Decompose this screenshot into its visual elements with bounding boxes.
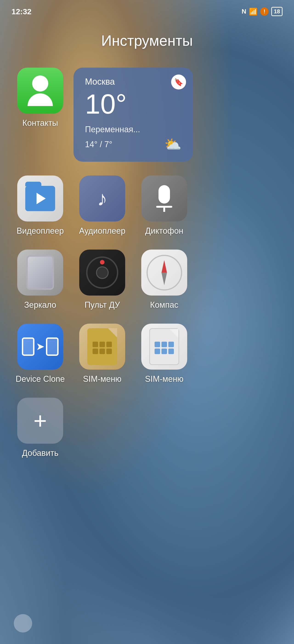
app-remote[interactable]: Пульт ДУ [76, 250, 129, 310]
apps-row-5: + Добавить [14, 398, 280, 458]
app-sim2[interactable]: SIM-меню [138, 324, 191, 384]
apps-row-4: ➤ Device Clone [14, 324, 280, 384]
nfc-icon: N [242, 8, 246, 15]
app-contacts[interactable]: Контакты [14, 68, 67, 128]
sim2-contact-2 [161, 342, 167, 347]
page-title: Инструменты [0, 32, 294, 49]
clock: 12:32 [11, 7, 31, 16]
sim-contact-4 [93, 348, 98, 354]
sim2-contacts-grid [154, 342, 174, 354]
alert-icon: ! [260, 7, 269, 16]
plus-sign-icon: + [33, 409, 47, 432]
mirror-label: Зеркало [24, 300, 56, 310]
remote-dot-icon [100, 260, 105, 264]
compass-south-needle [161, 272, 167, 285]
compass-icon [141, 250, 187, 296]
sim-card-body [87, 328, 117, 365]
weather-minmax: 14° / 7° ⛅ [85, 136, 181, 152]
sim2-contact-6 [168, 348, 174, 354]
sim2-card-body [149, 328, 179, 365]
sim2-icon [141, 324, 187, 370]
mic-base [156, 206, 172, 208]
sim-card-container [87, 328, 117, 365]
mic-stand [163, 208, 165, 212]
compass-north-needle [161, 260, 167, 273]
weather-temperature: 10° [85, 90, 181, 118]
device-clone-icon: ➤ [17, 324, 63, 370]
sim2-contact-4 [154, 348, 160, 354]
app-videoplayer[interactable]: Видеоплеер [14, 176, 67, 236]
sim-contact-3 [106, 342, 112, 347]
app-sim1[interactable]: SIM-меню [76, 324, 129, 384]
remote-center [96, 266, 109, 279]
battery-indicator: 18 [271, 7, 283, 16]
app-add[interactable]: + Добавить [14, 398, 67, 458]
sim-contact-2 [99, 342, 105, 347]
app-dictophone[interactable]: Диктофон [138, 176, 191, 236]
sim2-contact-1 [154, 342, 160, 347]
audioplayer-label: Аудиоплеер [79, 226, 125, 236]
clone-phone-left [22, 338, 34, 356]
remote-icon [79, 250, 125, 296]
weather-description: Переменная... [85, 125, 181, 134]
apps-row-1: Контакты 🔖 Москва 10° Переменная... 14° … [14, 68, 280, 162]
videoplayer-label: Видеоплеер [16, 226, 64, 236]
weather-sun-cloud-icon: ⛅ [164, 136, 181, 152]
mic-body [158, 185, 170, 204]
sim-contact-5 [99, 348, 105, 354]
clone-phone-right [46, 338, 59, 356]
weather-pin-icon[interactable]: 🔖 [171, 74, 186, 90]
sim2-contact-3 [168, 342, 174, 347]
weather-widget[interactable]: 🔖 Москва 10° Переменная... 14° / 7° ⛅ [73, 68, 193, 162]
sim-contacts-grid [93, 342, 112, 354]
contacts-icon [17, 68, 63, 114]
music-note-icon: ♪ [97, 187, 108, 210]
dictophone-icon [141, 176, 187, 222]
mirror-surface [26, 255, 54, 290]
remote-container [85, 255, 120, 290]
add-icon: + [17, 398, 63, 444]
app-compass[interactable]: Компас [138, 250, 191, 310]
wifi-icon: 📶 [249, 8, 258, 16]
apps-grid: Контакты 🔖 Москва 10° Переменная... 14° … [0, 68, 294, 467]
status-icons: N 📶 ! 18 [242, 7, 283, 16]
audioplayer-icon: ♪ [79, 176, 125, 222]
sim2-label: SIM-меню [145, 374, 183, 384]
battery-box: 18 [271, 7, 283, 16]
mirror-icon [17, 250, 63, 296]
compass-face [147, 255, 182, 290]
contacts-head [32, 76, 48, 92]
status-bar: 12:32 N 📶 ! 18 [0, 0, 294, 18]
contacts-person [27, 76, 53, 106]
sim1-label: SIM-меню [83, 374, 122, 384]
contacts-label: Контакты [22, 118, 58, 128]
sim2-contact-5 [161, 348, 167, 354]
mic-icon [156, 185, 172, 212]
app-device-clone[interactable]: ➤ Device Clone [14, 324, 67, 384]
compass-label: Компас [150, 300, 178, 310]
sim-contact-6 [106, 348, 112, 354]
sim2-card-container [149, 328, 179, 365]
clone-arrow-icon: ➤ [36, 341, 44, 352]
app-audioplayer[interactable]: ♪ Аудиоплеер [76, 176, 129, 236]
screen: 12:32 N 📶 ! 18 Инструменты Контакт [0, 0, 294, 644]
device-clone-label: Device Clone [16, 374, 65, 384]
sim1-icon [79, 324, 125, 370]
apps-row-3: Зеркало Пульт ДУ [14, 250, 280, 310]
contacts-body [27, 94, 53, 106]
dictophone-label: Диктофон [145, 226, 183, 236]
home-indicator[interactable] [14, 614, 32, 632]
folder-icon [25, 186, 55, 211]
clone-phones: ➤ [22, 338, 59, 356]
apps-row-2: Видеоплеер ♪ Аудиоплеер Диктофон [14, 176, 280, 236]
app-mirror[interactable]: Зеркало [14, 250, 67, 310]
play-triangle-icon [36, 193, 46, 204]
weather-city: Москва [85, 77, 181, 87]
videoplayer-icon [17, 176, 63, 222]
remote-label: Пульт ДУ [85, 300, 120, 310]
sim-contact-1 [93, 342, 98, 347]
add-label: Добавить [22, 448, 58, 458]
